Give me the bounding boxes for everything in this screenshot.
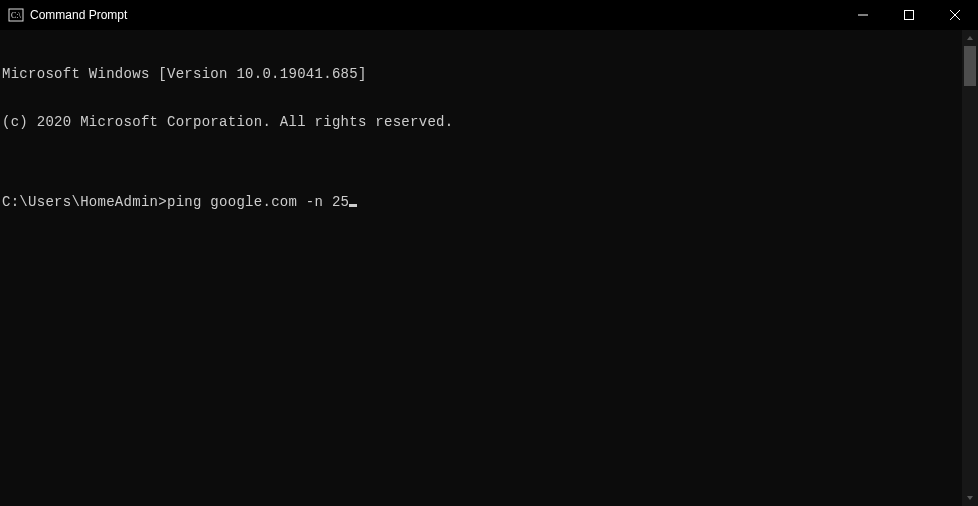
cmd-icon: C:\ [8,7,24,23]
copyright-line: (c) 2020 Microsoft Corporation. All righ… [2,114,978,130]
scrollbar-up-arrow-icon[interactable] [962,30,978,46]
version-line: Microsoft Windows [Version 10.0.19041.68… [2,66,978,82]
prompt-line: C:\Users\HomeAdmin>ping google.com -n 25 [2,194,978,210]
scrollbar-down-arrow-icon[interactable] [962,490,978,506]
window-titlebar[interactable]: C:\ Command Prompt [0,0,978,30]
text-cursor [349,204,357,207]
svg-marker-6 [967,36,973,40]
terminal-content[interactable]: Microsoft Windows [Version 10.0.19041.68… [0,30,978,506]
titlebar-left: C:\ Command Prompt [8,7,127,23]
command-input[interactable]: ping google.com -n 25 [167,194,349,210]
prompt-path: C:\Users\HomeAdmin> [2,194,167,210]
minimize-button[interactable] [840,0,886,30]
svg-text:C:\: C:\ [11,11,22,20]
svg-marker-7 [967,496,973,500]
svg-rect-3 [905,11,914,20]
maximize-button[interactable] [886,0,932,30]
window-controls [840,0,978,30]
window-title: Command Prompt [30,8,127,22]
scrollbar-thumb[interactable] [964,46,976,86]
vertical-scrollbar[interactable] [962,30,978,506]
close-button[interactable] [932,0,978,30]
